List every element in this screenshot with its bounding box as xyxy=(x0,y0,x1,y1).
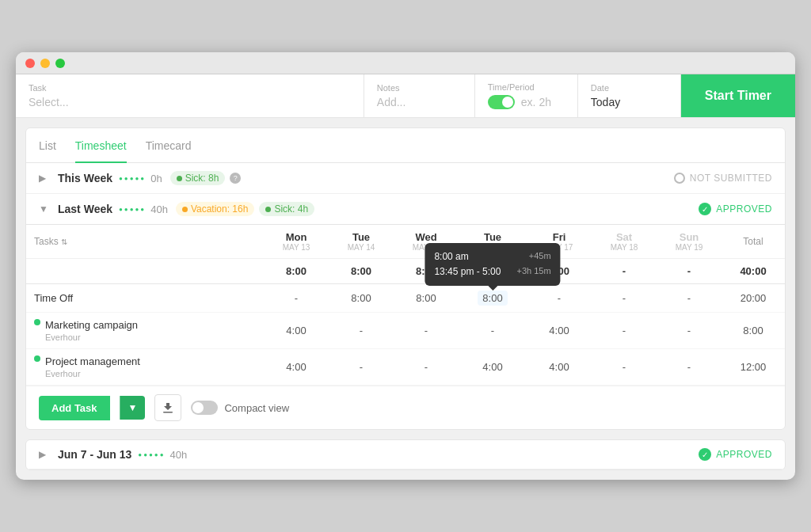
svg-rect-0 xyxy=(163,412,173,413)
tooltip-time: 8:00 am xyxy=(434,249,468,264)
sick-label-2: Sick: 4h xyxy=(274,203,308,215)
this-week-hours: 0h xyxy=(150,173,162,184)
project-mon[interactable]: 4:00 xyxy=(264,349,329,386)
tasks-column-header[interactable]: Tasks ⇅ xyxy=(26,225,264,259)
project-dot-icon xyxy=(34,355,40,362)
marketing-subtask-label: Everhour xyxy=(45,332,138,342)
tooltip-range: 13:45 pm - 5:00 xyxy=(434,264,501,279)
this-week-dots: ●●●●● xyxy=(119,175,146,182)
date-label: Date xyxy=(591,83,668,93)
vacation-label: Vacation: 16h xyxy=(191,203,249,215)
marketing-dot-icon xyxy=(34,319,40,325)
tooltip-box: 8:00 am +45m 13:45 pm - 5:00 +3h 15m xyxy=(425,243,560,286)
add-task-dropdown-button[interactable]: ▼ xyxy=(120,396,146,420)
last-week-dots: ●●●●● xyxy=(119,206,146,213)
main-window: Task Select... Notes Add... Time/Period … xyxy=(16,52,795,480)
total-total: 40:00 xyxy=(722,259,785,284)
tooltip-row-1: 8:00 am +45m xyxy=(434,249,550,264)
this-week-section[interactable]: ▶ This Week ●●●●● 0h Sick: 8h ? NOT SUBM… xyxy=(26,163,785,194)
tab-timecard[interactable]: Timecard xyxy=(146,128,192,163)
approved-check-icon: ✓ xyxy=(699,203,711,215)
marketing-wed[interactable]: - xyxy=(394,313,459,349)
last-week-chevron-icon: ▼ xyxy=(39,203,51,215)
timeperiod-input[interactable]: ex. 2h xyxy=(521,96,551,108)
total-tue[interactable]: 8:00 xyxy=(329,259,394,284)
tabs: List Timesheet Timecard xyxy=(26,128,785,163)
task-input[interactable]: Select... xyxy=(29,96,351,108)
jun-section-container: ▶ Jun 7 - Jun 13 ●●●●● 40h ✓ APPROVED xyxy=(25,439,786,470)
jun-label: Jun 7 - Jun 13 xyxy=(58,448,131,461)
time-off-wed[interactable]: 8:00 xyxy=(394,284,459,313)
this-week-label: This Week xyxy=(58,172,112,184)
last-week-hours: 40h xyxy=(150,203,168,215)
tab-timesheet[interactable]: Timesheet xyxy=(75,128,127,163)
not-submitted-icon xyxy=(674,173,685,184)
help-icon[interactable]: ? xyxy=(230,173,241,184)
maximize-button[interactable] xyxy=(55,59,65,68)
start-timer-button[interactable]: Start Timer xyxy=(681,74,795,117)
date-value[interactable]: Today xyxy=(591,96,668,108)
project-subtask-label: Everhour xyxy=(45,369,140,378)
titlebar xyxy=(16,52,795,74)
time-off-tue2[interactable]: 8:00 8:00 am +45m 13:45 pm - 5:00 +3h 15… xyxy=(459,284,527,313)
total-sat: - xyxy=(592,259,657,284)
jun-hours: 40h xyxy=(170,449,188,461)
project-management-row: Project management Everhour 4:00 - - 4:0… xyxy=(26,349,785,386)
add-task-button[interactable]: Add Task xyxy=(39,396,110,420)
time-off-row: Time Off - 8:00 8:00 8:00 8:00 am +45m xyxy=(26,284,785,313)
jun-approved-label: APPROVED xyxy=(716,449,772,460)
notes-label: Notes xyxy=(377,83,462,93)
marketing-tue[interactable]: - xyxy=(329,313,394,349)
project-tue[interactable]: - xyxy=(329,349,394,386)
compact-view-toggle[interactable]: Compact view xyxy=(191,401,289,415)
time-off-mon[interactable]: - xyxy=(264,284,329,313)
tooltip-plus1: +45m xyxy=(529,249,551,264)
total-header: Total xyxy=(722,225,785,259)
jun-dots: ●●●●● xyxy=(138,451,165,458)
marketing-mon[interactable]: 4:00 xyxy=(264,313,329,349)
sick-tag-2: Sick: 4h xyxy=(259,202,314,216)
jun-section[interactable]: ▶ Jun 7 - Jun 13 ●●●●● 40h ✓ APPROVED xyxy=(26,440,785,469)
date-field[interactable]: Date Today xyxy=(578,74,681,117)
tue-header: Tue MAY 14 xyxy=(329,225,394,259)
marketing-sat: - xyxy=(592,313,657,349)
time-off-name[interactable]: Time Off xyxy=(26,284,264,313)
sick-label: Sick: 8h xyxy=(185,173,219,184)
project-name[interactable]: Project management Everhour xyxy=(26,349,264,386)
task-field[interactable]: Task Select... xyxy=(16,74,364,117)
time-off-sat: - xyxy=(592,284,657,313)
timesheet-table: Tasks ⇅ Mon MAY 13 Tue MAY 14 xyxy=(26,225,785,386)
notes-field[interactable]: Notes Add... xyxy=(364,74,475,117)
minimize-button[interactable] xyxy=(40,59,50,68)
not-submitted-label: NOT SUBMITTED xyxy=(690,173,772,184)
timeperiod-label: Time/Period xyxy=(488,82,565,92)
time-off-fri[interactable]: - xyxy=(527,284,592,313)
sick-dot2-icon xyxy=(265,207,271,212)
total-mon[interactable]: 8:00 xyxy=(264,259,329,284)
last-week-section[interactable]: ▼ Last Week ●●●●● 40h Vacation: 16h Sick… xyxy=(26,194,785,225)
time-off-total: 20:00 xyxy=(722,284,785,313)
marketing-name[interactable]: Marketing campaign Everhour xyxy=(26,313,264,349)
compact-view-label: Compact view xyxy=(224,402,289,414)
sick-dot-icon xyxy=(177,176,182,181)
close-button[interactable] xyxy=(25,59,35,68)
vacation-dot-icon xyxy=(182,207,188,212)
project-wed[interactable]: - xyxy=(394,349,459,386)
jun-chevron-icon: ▶ xyxy=(39,448,51,461)
download-button[interactable] xyxy=(154,394,181,421)
task-label: Task xyxy=(29,83,351,93)
tab-list[interactable]: List xyxy=(39,128,56,163)
project-fri[interactable]: 4:00 xyxy=(527,349,592,386)
marketing-tue2[interactable]: - xyxy=(459,313,527,349)
mon-header: Mon MAY 13 xyxy=(264,225,329,259)
timeperiod-toggle[interactable] xyxy=(488,95,515,109)
compact-switch[interactable] xyxy=(191,401,218,415)
notes-input[interactable]: Add... xyxy=(377,96,462,108)
last-week-label: Last Week xyxy=(58,203,112,215)
marketing-fri[interactable]: 4:00 xyxy=(527,313,592,349)
timeperiod-field[interactable]: Time/Period ex. 2h xyxy=(475,74,578,117)
project-sat: - xyxy=(592,349,657,386)
time-off-tue[interactable]: 8:00 xyxy=(329,284,394,313)
project-tue2[interactable]: 4:00 xyxy=(459,349,527,386)
download-icon xyxy=(162,401,174,414)
